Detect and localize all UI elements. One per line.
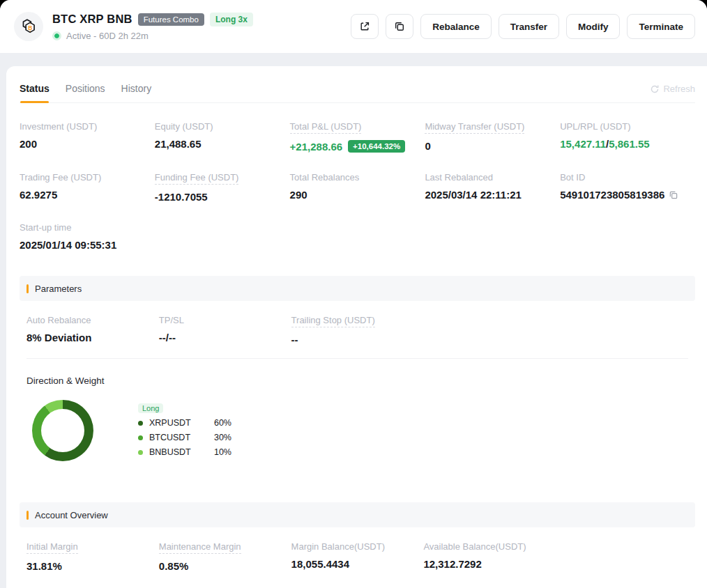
tab-history[interactable]: History (121, 83, 152, 102)
legend-row-btc: BTCUSDT 30% (138, 433, 231, 442)
bot-status-card: Status Positions History Refresh Investm… (6, 66, 707, 588)
account-overview-header: Account Overview (20, 502, 695, 527)
parameters-section: Parameters Auto Rebalance 8% Deviation T… (20, 276, 695, 462)
external-link-icon (359, 21, 370, 32)
stat-funding-fee: Funding Fee (USDT) -1210.7055 (155, 171, 290, 203)
parameters-fields: Auto Rebalance 8% Deviation TP/SL --/-- … (26, 314, 688, 346)
tab-bar: Status Positions History Refresh (20, 66, 695, 103)
legend-dot (138, 435, 143, 440)
direction-weight-donut (32, 400, 93, 461)
share-button[interactable] (351, 14, 379, 39)
bot-status-text: Active - 60D 2h 22m (66, 31, 149, 41)
stat-equity: Equity (USDT) 21,488.65 (155, 120, 290, 153)
bot-type-badge: Futures Combo (138, 13, 204, 26)
modify-button[interactable]: Modify (566, 14, 621, 39)
donut-legend: Long XRPUSDT 60% BTCUSDT 30% (138, 401, 231, 462)
account-overview-section: Account Overview Initial Margin 31.81% M… (20, 502, 695, 572)
orange-accent-bar (26, 284, 29, 293)
bot-title: BTC XRP BNB (52, 13, 132, 26)
stat-upl-rpl: UPL/RPL (USDT) 15,427.11/5,861.55 (560, 120, 695, 153)
refresh-icon (650, 84, 660, 94)
stat-last-rebalanced: Last Rebalanced 2025/03/14 22:11:21 (425, 171, 560, 203)
status-stats-grid: Investment (USDT) 200 Equity (USDT) 21,4… (20, 103, 695, 251)
copy-bot-id-icon[interactable] (669, 190, 678, 200)
stat-midway-transfer: Midway Transfer (USDT) 0 (425, 120, 560, 153)
legend-dot (138, 450, 143, 455)
divider (26, 358, 688, 359)
header-bar: B BTC XRP BNB Futures Combo Long 3x Acti… (0, 0, 707, 53)
terminate-button[interactable]: Terminate (627, 14, 695, 39)
account-initial-margin: Initial Margin 31.81% (26, 540, 159, 572)
legend-dot (138, 421, 143, 426)
stat-trading-fee: Trading Fee (USDT) 62.9275 (20, 171, 155, 203)
tab-positions[interactable]: Positions (66, 83, 105, 102)
legend-row-xrp: XRPUSDT 60% (138, 418, 231, 428)
param-auto-rebalance: Auto Rebalance 8% Deviation (26, 314, 159, 346)
parameters-section-header: Parameters (20, 276, 695, 301)
stat-total-pnl: Total P&L (USDT) +21,288.66 +10,644.32% (290, 120, 425, 153)
bot-detail-window: B BTC XRP BNB Futures Combo Long 3x Acti… (0, 0, 707, 588)
svg-text:B: B (28, 24, 32, 31)
stat-bot-id: Bot ID 549101723805819386 (560, 171, 695, 203)
futures-combo-hexagon-icon: B (19, 17, 38, 36)
leverage-badge: Long 3x (210, 13, 253, 26)
stat-startup-time: Start-up time 2025/01/14 09:55:31 (20, 221, 155, 251)
pnl-percent-badge: +10,644.32% (348, 140, 405, 153)
stat-investment: Investment (USDT) 200 (20, 120, 155, 153)
active-status-dot (52, 31, 61, 40)
orange-accent-bar (26, 511, 29, 520)
tab-status[interactable]: Status (20, 83, 50, 102)
refresh-button[interactable]: Refresh (650, 84, 695, 102)
param-tp-sl: TP/SL --/-- (159, 314, 291, 346)
account-fields: Initial Margin 31.81% Maintenance Margin… (26, 540, 688, 572)
rebalance-button[interactable]: Rebalance (420, 14, 492, 39)
account-available-balance: Available Balance(USDT) 12,312.7292 (423, 540, 556, 572)
stat-total-rebalances: Total Rebalances 290 (290, 171, 425, 203)
copy-icon (394, 21, 405, 32)
bot-logo: B (14, 12, 43, 41)
duplicate-button[interactable] (386, 14, 413, 39)
legend-row-bnb: BNBUSDT 10% (138, 447, 231, 457)
long-direction-badge: Long (138, 403, 163, 413)
transfer-button[interactable]: Transfer (499, 14, 559, 39)
account-margin-balance: Margin Balance(USDT) 18,055.4434 (291, 540, 424, 572)
direction-weight-title: Direction & Weight (26, 376, 688, 386)
param-trailing-stop: Trailing Stop (USDT) -- (291, 314, 424, 346)
account-maintenance-margin: Maintenance Margin 0.85% (159, 540, 291, 572)
